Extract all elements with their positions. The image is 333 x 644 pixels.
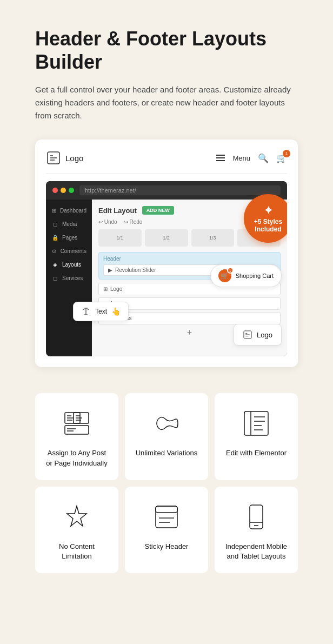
page-title: Header & Footer Layouts Builder xyxy=(35,27,298,74)
browser-dots xyxy=(52,188,74,193)
floating-shopping-cart: 🛒 1 Shopping Cart xyxy=(210,264,282,287)
services-icon: ◻ xyxy=(51,275,59,281)
page-description: Get a full control over your header and … xyxy=(35,83,298,122)
floating-logo: Logo xyxy=(234,324,282,346)
preview-header: Logo Menu 🔍 🛒 1 xyxy=(46,150,287,174)
lock-icon: 🔒 xyxy=(51,235,59,241)
search-icon: 🔍 xyxy=(258,153,269,163)
styles-count: +5 Styles xyxy=(254,218,282,225)
slider-icon: ▶ xyxy=(108,267,112,273)
sidebar-label-dashboard: Dashboard xyxy=(60,208,86,214)
dot-yellow xyxy=(61,188,66,193)
slider-widget-label: Revolution Slider xyxy=(115,267,156,273)
feature-card-assign: Assign to Any Post or Page Individually xyxy=(35,393,118,480)
add-new-button[interactable]: ADD NEW xyxy=(142,206,174,215)
svg-rect-13 xyxy=(244,411,268,435)
redo-button[interactable]: ↪ Redo xyxy=(124,219,143,225)
col-1-2[interactable]: 1/2 xyxy=(145,229,188,247)
edit-layout-title: Edit Layout xyxy=(98,207,137,215)
browser-bar: http://themeraz.net/ xyxy=(46,181,287,200)
feature-card-elementor: Edit with Elementor xyxy=(215,393,298,480)
sidebar: ⊞ Dashboard ◻ Media 🔒 Pages ⊙ Comments ◈ xyxy=(46,200,92,356)
feature-card-no-limit: No Content Limitation xyxy=(35,487,118,573)
sidebar-item-layouts[interactable]: ◈ Layouts xyxy=(46,258,92,271)
text-cursor-label: Text xyxy=(95,308,107,315)
assign-icon xyxy=(62,408,92,439)
preview-logo-area: Logo xyxy=(46,150,83,165)
sidebar-item-comments[interactable]: ⊙ Comments xyxy=(46,244,92,258)
sidebar-label-layouts: Layouts xyxy=(62,262,81,268)
col-1-3[interactable]: 1/3 xyxy=(191,229,235,247)
svg-rect-10 xyxy=(65,426,89,434)
feature-label-unlimited: Unlimited Variations xyxy=(136,448,198,458)
feature-label-sticky: Sticky Header xyxy=(145,542,189,552)
svg-rect-20 xyxy=(156,506,177,513)
sidebar-label-comments: Comments xyxy=(61,248,86,254)
browser-content: ⊞ Dashboard ◻ Media 🔒 Pages ⊙ Comments ◈ xyxy=(46,200,287,356)
browser-url: http://themeraz.net/ xyxy=(79,185,281,195)
sidebar-label-pages: Pages xyxy=(62,235,77,241)
cart-button[interactable]: 🛒 1 xyxy=(276,153,287,163)
feature-label-elementor: Edit with Elementor xyxy=(226,448,287,458)
sidebar-item-services[interactable]: ◻ Services xyxy=(46,271,92,285)
float-logo-icon xyxy=(243,330,252,340)
menu-label: Menu xyxy=(232,154,250,162)
features-grid: Assign to Any Post or Page Individually … xyxy=(35,393,298,573)
preview-card: Logo Menu 🔍 🛒 1 http://themeraz.net/ xyxy=(35,140,298,367)
feature-card-unlimited: Unlimited Variations xyxy=(125,393,208,480)
unlimited-icon xyxy=(151,408,182,439)
feature-label-assign: Assign to Any Post or Page Individually xyxy=(44,448,110,468)
styles-badge-icon: ✦ xyxy=(264,204,273,217)
dot-green xyxy=(69,188,74,193)
browser-mockup: http://themeraz.net/ ⊞ Dashboard ◻ Media… xyxy=(46,181,287,356)
media-icon: ◻ xyxy=(51,221,59,227)
cursor-hand-icon: 👆 xyxy=(111,307,121,316)
mobile-icon xyxy=(241,502,271,532)
svg-rect-19 xyxy=(156,506,177,528)
feature-card-sticky: Sticky Header xyxy=(125,487,208,573)
styles-sub: Included xyxy=(255,225,281,233)
float-logo-text: Logo xyxy=(257,331,272,339)
comments-icon: ⊙ xyxy=(51,248,57,254)
logo-widget-label: Logo xyxy=(110,286,122,292)
logo-box-icon xyxy=(46,150,61,165)
dashboard-icon: ⊞ xyxy=(51,208,57,214)
shopping-cart-label: Shopping Cart xyxy=(236,273,274,279)
feature-label-mobile: Independent Mobile and Tablet Layouts xyxy=(223,542,289,561)
star-icon xyxy=(62,502,92,532)
layouts-icon: ◈ xyxy=(51,262,59,268)
preview-logo-text: Logo xyxy=(65,154,83,163)
sidebar-label-services: Services xyxy=(62,275,83,281)
menu-lines-icon xyxy=(216,155,225,161)
sidebar-item-dashboard[interactable]: ⊞ Dashboard xyxy=(46,204,92,217)
sidebar-item-media[interactable]: ◻ Media xyxy=(46,217,92,231)
feature-label-no-limit: No Content Limitation xyxy=(44,542,110,561)
preview-nav: Menu 🔍 🛒 1 xyxy=(216,153,287,163)
feature-card-mobile: Independent Mobile and Tablet Layouts xyxy=(215,487,298,573)
sidebar-label-media: Media xyxy=(62,221,77,227)
sticky-icon xyxy=(151,502,182,532)
elementor-icon xyxy=(241,408,271,439)
text-cursor-icon xyxy=(81,307,91,316)
header-section-label: Header xyxy=(103,256,276,262)
dot-red xyxy=(52,188,58,193)
col-1-1[interactable]: 1/1 xyxy=(98,229,142,247)
sidebar-item-pages[interactable]: 🔒 Pages xyxy=(46,231,92,244)
cart-icon-circle: 🛒 1 xyxy=(218,269,231,282)
text-cursor-element: Text 👆 xyxy=(73,302,129,321)
undo-button[interactable]: ↩ Undo xyxy=(98,219,117,225)
cart-badge: 1 xyxy=(283,150,290,157)
cart-circle-badge: 1 xyxy=(227,267,234,274)
logo-widget-icon: ⊞ xyxy=(103,286,108,292)
